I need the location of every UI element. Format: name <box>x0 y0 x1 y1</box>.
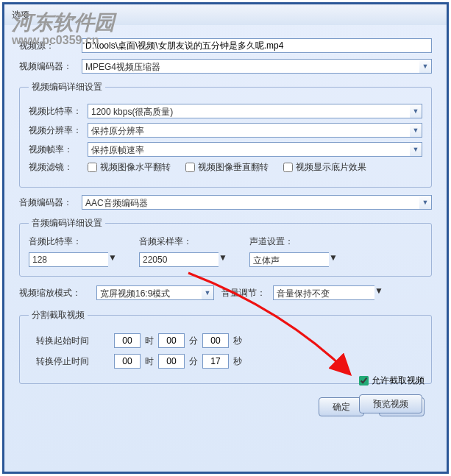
video-source-input[interactable] <box>82 38 432 53</box>
scale-mode-select[interactable]: 宽屏视频16:9模式 <box>96 285 202 300</box>
chevron-down-icon[interactable]: ▼ <box>202 285 214 300</box>
start-min-input[interactable] <box>158 333 185 348</box>
chevron-down-icon[interactable]: ▼ <box>410 142 422 157</box>
audio-encoder-select[interactable]: AAC音频编码器 <box>82 195 419 210</box>
allow-cut-label: 允许截取视频 <box>372 374 425 387</box>
chevron-down-icon[interactable]: ▼ <box>374 285 383 300</box>
video-detail-legend: 视频编码详细设置 <box>29 81 105 93</box>
chevron-down-icon[interactable]: ▼ <box>410 123 422 138</box>
sec-unit: 秒 <box>233 335 242 347</box>
video-bitrate-select[interactable]: 1200 kbps(很高质量) <box>88 104 410 118</box>
split-legend: 分割截取视频 <box>29 309 88 322</box>
allow-cut-checkbox[interactable]: 允许截取视频 <box>359 374 425 387</box>
video-encoder-label: 视频编码器： <box>19 60 82 73</box>
chevron-down-icon[interactable]: ▼ <box>329 252 338 267</box>
watermark-url: www.pc0359.cn <box>12 34 115 47</box>
start-hour-input[interactable] <box>114 333 141 348</box>
end-time-label: 转换停止时间 <box>29 355 110 368</box>
end-hour-input[interactable] <box>114 354 141 369</box>
audio-samplerate-select[interactable]: 22050 <box>139 252 219 267</box>
watermark-text: 河东软件园 <box>12 11 115 34</box>
scale-mode-label: 视频缩放模式： <box>19 287 89 299</box>
video-filter-label: 视频滤镜： <box>29 161 88 174</box>
split-fieldset: 分割截取视频 转换起始时间 时 分 秒 转换停止时间 时 分 秒 <box>19 309 432 384</box>
audio-encoder-label: 音频编码器： <box>19 196 82 209</box>
watermark: 河东软件园 www.pc0359.cn <box>12 9 115 47</box>
ok-button[interactable]: 确定 <box>319 397 364 416</box>
preview-video-button[interactable]: 预览视频 <box>359 394 422 413</box>
video-bitrate-label: 视频比特率： <box>29 105 88 118</box>
hour-unit: 时 <box>145 335 154 347</box>
audio-channel-label: 声道设置： <box>249 235 338 248</box>
audio-channel-select[interactable]: 立体声 <box>249 252 329 267</box>
video-framerate-label: 视频帧率： <box>29 143 88 156</box>
negative-checkbox[interactable]: 视频显示底片效果 <box>283 161 366 174</box>
audio-detail-legend: 音频编码详细设置 <box>29 217 105 230</box>
volume-label: 音量调节： <box>221 287 266 299</box>
chevron-down-icon[interactable]: ▼ <box>219 252 227 267</box>
audio-detail-fieldset: 音频编码详细设置 音频比特率： 128 ▼ 音频采样率： 22050 ▼ <box>19 217 432 277</box>
end-min-input[interactable] <box>158 354 185 369</box>
start-time-label: 转换起始时间 <box>29 335 110 347</box>
video-detail-fieldset: 视频编码详细设置 视频比特率： 1200 kbps(很高质量) ▼ 视频分辨率：… <box>19 81 432 188</box>
chevron-down-icon[interactable]: ▼ <box>410 104 422 118</box>
video-resolution-label: 视频分辨率： <box>29 124 88 137</box>
audio-bitrate-select[interactable]: 128 <box>29 252 108 267</box>
end-sec-input[interactable] <box>202 354 229 369</box>
chevron-down-icon[interactable]: ▼ <box>419 59 432 74</box>
chevron-down-icon[interactable]: ▼ <box>108 252 117 267</box>
volume-select[interactable]: 音量保持不变 <box>273 285 374 300</box>
flip-h-checkbox[interactable]: 视频图像水平翻转 <box>88 161 171 174</box>
sec-unit: 秒 <box>233 355 242 368</box>
chevron-down-icon[interactable]: ▼ <box>419 195 432 210</box>
hour-unit: 时 <box>145 355 154 368</box>
video-framerate-select[interactable]: 保持原帧速率 <box>88 142 410 157</box>
audio-samplerate-label: 音频采样率： <box>139 235 227 248</box>
audio-bitrate-label: 音频比特率： <box>29 235 117 248</box>
flip-v-checkbox[interactable]: 视频图像垂直翻转 <box>185 161 269 174</box>
min-unit: 分 <box>189 335 198 347</box>
min-unit: 分 <box>189 355 198 368</box>
video-resolution-select[interactable]: 保持原分辨率 <box>88 123 410 138</box>
video-encoder-select[interactable]: MPEG4视频压缩器 <box>82 59 419 74</box>
start-sec-input[interactable] <box>202 333 229 348</box>
